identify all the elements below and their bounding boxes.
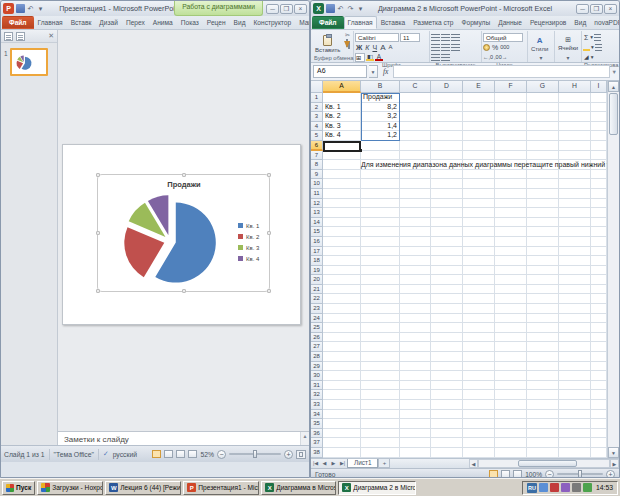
row-header-32[interactable]: 32 [311,390,323,400]
outline-tab-icon[interactable] [16,32,25,41]
qat-dropdown-icon[interactable]: ▾ [356,4,365,13]
cell-I19[interactable] [591,266,607,276]
cell-C6[interactable] [400,141,431,151]
cell-C26[interactable] [400,333,431,343]
cell-B35[interactable] [361,419,400,429]
cell-B1[interactable]: Продажи [361,93,400,103]
cell-B28[interactable] [361,352,400,362]
cell-A17[interactable] [323,247,361,257]
cell-B12[interactable] [361,199,400,209]
spellcheck-icon[interactable]: ✓ [103,450,109,458]
cell-C32[interactable] [400,390,431,400]
autosum-button[interactable]: Σ [583,33,589,42]
cell-H5[interactable] [559,131,591,141]
cell-F6[interactable] [495,141,527,151]
cell-F31[interactable] [495,381,527,391]
cell-B23[interactable] [361,304,400,314]
cell-G27[interactable] [527,342,559,352]
undo-icon[interactable]: ↶ [336,4,345,13]
cell-G1[interactable] [527,93,559,103]
cell-H26[interactable] [559,333,591,343]
align-top-icon[interactable] [431,34,440,41]
cell-I38[interactable] [591,448,607,458]
cell-H31[interactable] [559,381,591,391]
reading-view-icon[interactable] [176,450,185,458]
cell-D2[interactable] [431,103,463,113]
page-layout-view-icon[interactable] [501,470,510,478]
cell-H27[interactable] [559,342,591,352]
cell-F13[interactable] [495,208,527,218]
cell-G6[interactable] [527,141,559,151]
cell-D9[interactable] [431,170,463,180]
cell-C7[interactable] [400,151,431,161]
cell-I34[interactable] [591,410,607,420]
cell-C12[interactable] [400,199,431,209]
cell-E1[interactable] [463,93,495,103]
cell-E6[interactable] [463,141,495,151]
cell-B13[interactable] [361,208,400,218]
cell-G25[interactable] [527,323,559,333]
cell-G38[interactable] [527,448,559,458]
slideshow-view-icon[interactable] [188,450,197,458]
cell-F10[interactable] [495,179,527,189]
slides-tab-icon[interactable] [4,32,13,41]
cell-F35[interactable] [495,419,527,429]
cell-C14[interactable] [400,218,431,228]
cell-B30[interactable] [361,371,400,381]
cell-D31[interactable] [431,381,463,391]
cell-A16[interactable] [323,237,361,247]
taskbar-button-0[interactable]: Загрузки - Нохрон [37,481,103,495]
cell-A12[interactable] [323,199,361,209]
fill-icon[interactable] [583,43,590,51]
language-indicator[interactable]: RU [527,483,537,493]
prev-sheet-icon[interactable]: ◀ [320,459,329,468]
cell-F9[interactable] [495,170,527,180]
file-tab[interactable]: Файл [312,16,344,29]
currency-format-icon[interactable] [483,44,490,51]
cell-G13[interactable] [527,208,559,218]
cell-C35[interactable] [400,419,431,429]
cell-F38[interactable] [495,448,527,458]
scroll-up-icon[interactable]: ▲ [608,81,619,92]
cell-D7[interactable] [431,151,463,161]
cell-I26[interactable] [591,333,607,343]
cell-A19[interactable] [323,266,361,276]
row-header-22[interactable]: 22 [311,294,323,304]
row-header-20[interactable]: 20 [311,275,323,285]
cell-A4[interactable]: Кв. 3 [323,122,361,132]
hscroll-track[interactable] [478,459,610,468]
ribbon-tab-8[interactable]: Конструктор [250,16,296,29]
row-header-37[interactable]: 37 [311,438,323,448]
cell-F22[interactable] [495,294,527,304]
insert-worksheet-icon[interactable]: + [378,459,390,468]
cell-B17[interactable] [361,247,400,257]
scroll-up-icon[interactable]: ▲ [303,433,308,439]
legend-label-1[interactable]: Кв. 2 [246,234,260,240]
column-header-G[interactable]: G [527,81,559,93]
cell-I17[interactable] [591,247,607,257]
cell-B14[interactable] [361,218,400,228]
slide-canvas[interactable]: ПродажиКв. 1Кв. 2Кв. 3Кв. 4 [62,144,301,325]
row-header-11[interactable]: 11 [311,189,323,199]
cell-H29[interactable] [559,362,591,372]
cell-E28[interactable] [463,352,495,362]
find-select-icon[interactable] [595,44,602,51]
row-header-15[interactable]: 15 [311,227,323,237]
normal-view-icon[interactable] [152,450,161,458]
cell-A26[interactable] [323,333,361,343]
cell-A15[interactable] [323,227,361,237]
cell-H30[interactable] [559,371,591,381]
cell-D25[interactable] [431,323,463,333]
cell-E31[interactable] [463,381,495,391]
row-header-6[interactable]: 6 [311,141,323,151]
ribbon-tab-5[interactable]: Показ [177,16,203,29]
cell-I3[interactable] [591,112,607,122]
cell-H7[interactable] [559,151,591,161]
column-header-H[interactable]: H [559,81,591,93]
cell-A31[interactable] [323,381,361,391]
cell-G5[interactable] [527,131,559,141]
cell-F3[interactable] [495,112,527,122]
cell-H3[interactable] [559,112,591,122]
cell-E35[interactable] [463,419,495,429]
number-format-combobox[interactable]: Общий [483,33,523,42]
